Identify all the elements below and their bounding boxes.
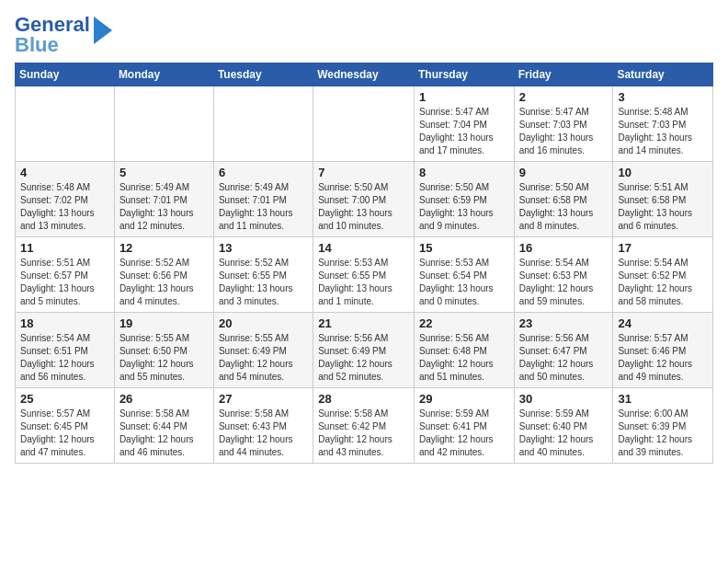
day-number: 20 <box>219 316 308 330</box>
day-number: 5 <box>119 166 209 179</box>
calendar-week-row: 4Sunrise: 5:48 AM Sunset: 7:02 PM Daylig… <box>16 162 713 237</box>
day-number: 7 <box>318 166 409 179</box>
calendar-day-1: 1Sunrise: 5:47 AM Sunset: 7:04 PM Daylig… <box>414 86 514 162</box>
calendar-day-13: 13Sunrise: 5:52 AM Sunset: 6:55 PM Dayli… <box>213 237 313 313</box>
logo-text: GeneralBlue <box>15 15 90 55</box>
day-number: 3 <box>618 90 708 104</box>
page-header: GeneralBlue <box>15 15 713 55</box>
calendar-day-6: 6Sunrise: 5:49 AM Sunset: 7:01 PM Daylig… <box>213 162 313 237</box>
day-number: 26 <box>119 392 209 406</box>
day-number: 31 <box>618 392 708 406</box>
day-header-saturday: Saturday <box>613 63 713 86</box>
day-info: Sunrise: 5:55 AM Sunset: 6:50 PM Dayligh… <box>119 332 209 384</box>
calendar-day-10: 10Sunrise: 5:51 AM Sunset: 6:58 PM Dayli… <box>613 162 713 237</box>
day-number: 9 <box>519 166 609 179</box>
day-info: Sunrise: 5:51 AM Sunset: 6:57 PM Dayligh… <box>20 257 109 308</box>
calendar-day-29: 29Sunrise: 5:59 AM Sunset: 6:41 PM Dayli… <box>414 388 514 464</box>
day-info: Sunrise: 6:00 AM Sunset: 6:39 PM Dayligh… <box>618 408 708 459</box>
day-number: 16 <box>519 241 609 255</box>
day-info: Sunrise: 5:57 AM Sunset: 6:45 PM Dayligh… <box>20 408 109 459</box>
calendar-week-row: 11Sunrise: 5:51 AM Sunset: 6:57 PM Dayli… <box>16 237 713 313</box>
calendar-week-row: 18Sunrise: 5:54 AM Sunset: 6:51 PM Dayli… <box>16 313 713 388</box>
calendar-day-26: 26Sunrise: 5:58 AM Sunset: 6:44 PM Dayli… <box>114 388 213 464</box>
day-info: Sunrise: 5:54 AM Sunset: 6:51 PM Dayligh… <box>20 332 109 384</box>
calendar-day-22: 22Sunrise: 5:56 AM Sunset: 6:48 PM Dayli… <box>414 313 514 388</box>
calendar-day-16: 16Sunrise: 5:54 AM Sunset: 6:53 PM Dayli… <box>514 237 613 313</box>
day-header-wednesday: Wednesday <box>313 63 415 86</box>
day-info: Sunrise: 5:55 AM Sunset: 6:49 PM Dayligh… <box>219 332 308 384</box>
calendar-day-28: 28Sunrise: 5:58 AM Sunset: 6:42 PM Dayli… <box>313 388 415 464</box>
calendar-day-14: 14Sunrise: 5:53 AM Sunset: 6:55 PM Dayli… <box>313 237 415 313</box>
logo-arrow-icon <box>85 17 112 44</box>
day-number: 8 <box>419 166 509 179</box>
calendar-day-8: 8Sunrise: 5:50 AM Sunset: 6:59 PM Daylig… <box>414 162 514 237</box>
day-info: Sunrise: 5:56 AM Sunset: 6:49 PM Dayligh… <box>318 332 409 384</box>
day-number: 29 <box>419 392 509 406</box>
calendar-header-row: SundayMondayTuesdayWednesdayThursdayFrid… <box>16 63 713 86</box>
day-number: 28 <box>318 392 409 406</box>
day-number: 24 <box>618 316 708 330</box>
day-info: Sunrise: 5:53 AM Sunset: 6:55 PM Dayligh… <box>318 257 409 308</box>
day-number: 13 <box>219 241 308 255</box>
calendar-day-27: 27Sunrise: 5:58 AM Sunset: 6:43 PM Dayli… <box>213 388 313 464</box>
day-info: Sunrise: 5:47 AM Sunset: 7:04 PM Dayligh… <box>419 106 509 157</box>
day-number: 23 <box>519 316 609 330</box>
day-number: 4 <box>20 166 109 179</box>
day-number: 19 <box>119 316 209 330</box>
day-info: Sunrise: 5:54 AM Sunset: 6:53 PM Dayligh… <box>519 257 609 308</box>
calendar-day-21: 21Sunrise: 5:56 AM Sunset: 6:49 PM Dayli… <box>313 313 415 388</box>
day-info: Sunrise: 5:49 AM Sunset: 7:01 PM Dayligh… <box>119 181 209 233</box>
day-header-thursday: Thursday <box>414 63 514 86</box>
day-number: 2 <box>519 90 609 104</box>
calendar-empty-cell <box>16 86 115 162</box>
day-info: Sunrise: 5:58 AM Sunset: 6:42 PM Dayligh… <box>318 408 409 459</box>
day-info: Sunrise: 5:50 AM Sunset: 6:59 PM Dayligh… <box>419 181 509 233</box>
day-info: Sunrise: 5:58 AM Sunset: 6:44 PM Dayligh… <box>119 408 209 459</box>
calendar-day-9: 9Sunrise: 5:50 AM Sunset: 6:58 PM Daylig… <box>514 162 613 237</box>
day-number: 14 <box>318 241 409 255</box>
svg-marker-0 <box>94 17 112 44</box>
calendar-day-24: 24Sunrise: 5:57 AM Sunset: 6:46 PM Dayli… <box>613 313 713 388</box>
calendar-week-row: 25Sunrise: 5:57 AM Sunset: 6:45 PM Dayli… <box>16 388 713 464</box>
day-header-sunday: Sunday <box>16 63 115 86</box>
calendar-day-4: 4Sunrise: 5:48 AM Sunset: 7:02 PM Daylig… <box>16 162 115 237</box>
calendar-empty-cell <box>213 86 313 162</box>
day-info: Sunrise: 5:49 AM Sunset: 7:01 PM Dayligh… <box>219 181 308 233</box>
calendar-day-18: 18Sunrise: 5:54 AM Sunset: 6:51 PM Dayli… <box>16 313 115 388</box>
day-number: 12 <box>119 241 209 255</box>
logo: GeneralBlue <box>15 15 112 55</box>
day-info: Sunrise: 5:54 AM Sunset: 6:52 PM Dayligh… <box>618 257 708 308</box>
calendar-day-20: 20Sunrise: 5:55 AM Sunset: 6:49 PM Dayli… <box>213 313 313 388</box>
calendar-table: SundayMondayTuesdayWednesdayThursdayFrid… <box>15 63 713 464</box>
day-info: Sunrise: 5:59 AM Sunset: 6:40 PM Dayligh… <box>519 408 609 459</box>
calendar-day-15: 15Sunrise: 5:53 AM Sunset: 6:54 PM Dayli… <box>414 237 514 313</box>
day-number: 27 <box>219 392 308 406</box>
day-header-friday: Friday <box>514 63 613 86</box>
day-number: 1 <box>419 90 509 104</box>
day-info: Sunrise: 5:51 AM Sunset: 6:58 PM Dayligh… <box>618 181 708 233</box>
day-number: 11 <box>20 241 109 255</box>
day-number: 21 <box>318 316 409 330</box>
day-number: 25 <box>20 392 109 406</box>
day-number: 18 <box>20 316 109 330</box>
day-number: 10 <box>618 166 708 179</box>
calendar-day-19: 19Sunrise: 5:55 AM Sunset: 6:50 PM Dayli… <box>114 313 213 388</box>
day-header-tuesday: Tuesday <box>213 63 313 86</box>
calendar-week-row: 1Sunrise: 5:47 AM Sunset: 7:04 PM Daylig… <box>16 86 713 162</box>
day-info: Sunrise: 5:56 AM Sunset: 6:48 PM Dayligh… <box>419 332 509 384</box>
day-info: Sunrise: 5:50 AM Sunset: 6:58 PM Dayligh… <box>519 181 609 233</box>
day-number: 17 <box>618 241 708 255</box>
day-info: Sunrise: 5:53 AM Sunset: 6:54 PM Dayligh… <box>419 257 509 308</box>
day-number: 30 <box>519 392 609 406</box>
day-info: Sunrise: 5:57 AM Sunset: 6:46 PM Dayligh… <box>618 332 708 384</box>
day-number: 15 <box>419 241 509 255</box>
day-info: Sunrise: 5:59 AM Sunset: 6:41 PM Dayligh… <box>419 408 509 459</box>
calendar-day-30: 30Sunrise: 5:59 AM Sunset: 6:40 PM Dayli… <box>514 388 613 464</box>
day-info: Sunrise: 5:52 AM Sunset: 6:55 PM Dayligh… <box>219 257 308 308</box>
day-number: 6 <box>219 166 308 179</box>
day-info: Sunrise: 5:47 AM Sunset: 7:03 PM Dayligh… <box>519 106 609 157</box>
calendar-day-2: 2Sunrise: 5:47 AM Sunset: 7:03 PM Daylig… <box>514 86 613 162</box>
calendar-day-5: 5Sunrise: 5:49 AM Sunset: 7:01 PM Daylig… <box>114 162 213 237</box>
calendar-day-31: 31Sunrise: 6:00 AM Sunset: 6:39 PM Dayli… <box>613 388 713 464</box>
calendar-day-25: 25Sunrise: 5:57 AM Sunset: 6:45 PM Dayli… <box>16 388 115 464</box>
